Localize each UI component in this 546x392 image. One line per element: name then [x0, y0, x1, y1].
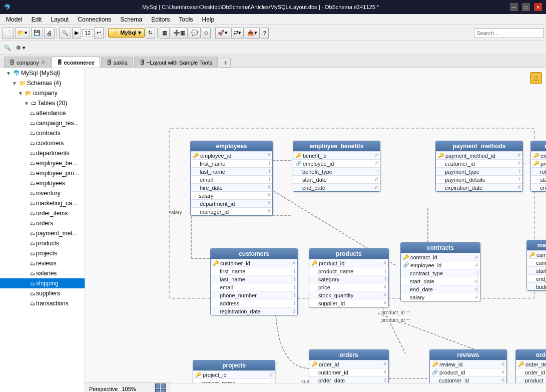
chat-button[interactable]: 💬 — [189, 27, 201, 39]
table-projects-header: projects — [193, 360, 275, 370]
table-employees[interactable]: employees 🔑employee_id# first_namet last… — [190, 141, 273, 216]
col-cust-email: emailt — [211, 283, 297, 291]
refresh-button[interactable]: ↻ — [146, 27, 155, 39]
col-cust-first: first_namet — [211, 267, 297, 275]
close-button[interactable]: ✕ — [534, 3, 542, 11]
sidebar-company[interactable]: ▼ 📂 company — [0, 88, 85, 98]
col-mc-start: start_dated — [527, 266, 546, 274]
table-products[interactable]: products 🔑product_id# product_namet cate… — [309, 248, 389, 307]
sidebar-table-contracts[interactable]: 🗂contracts — [0, 128, 85, 138]
new-button[interactable]: 📄 — [2, 27, 14, 39]
sidebar-table-departments[interactable]: 🗂departments — [0, 148, 85, 158]
sidebar-root[interactable]: ▼ 🐬 MySql {MySql} — [0, 68, 85, 78]
table-customers[interactable]: customers 🔑customer_id# first_namet last… — [210, 248, 298, 315]
col-prod-cat: categoryt — [309, 275, 388, 283]
tab-ecommerce[interactable]: 🗄 ecommerce — [52, 57, 100, 68]
sidebar-table-marketingca[interactable]: 🗂marketing_ca... — [0, 198, 85, 208]
tab-company-close[interactable]: ✕ — [41, 60, 45, 65]
col-ep-role: rolet — [531, 167, 546, 175]
table-employee-projects-header: employee_projects — [531, 141, 546, 151]
table-contracts-header: contracts — [401, 243, 480, 253]
sidebar-table-paymentmet[interactable]: 🗂payment_met... — [0, 228, 85, 238]
menu-model[interactable]: Model — [2, 15, 27, 24]
settings-button[interactable]: ⚙ ▾ — [14, 43, 28, 53]
menu-edit[interactable]: Edit — [28, 15, 46, 24]
sidebar-table-employees[interactable]: 🗂employees — [0, 178, 85, 188]
col-ord-cust: customer_id# — [309, 368, 388, 376]
sidebar-table-inventory[interactable]: 🗂inventory — [0, 188, 85, 198]
zoom-in-button[interactable]: ▶ — [72, 27, 81, 39]
insert-button[interactable]: ➕▦ — [171, 27, 188, 39]
perspective-bar: Perspective 105% — [85, 382, 170, 392]
col-mc-budget: budget# — [527, 282, 546, 290]
col-salary: ☆salary# — [191, 191, 272, 199]
sidebar-table-suppliers[interactable]: 🗂suppliers — [0, 288, 85, 298]
menu-schema[interactable]: Schema — [116, 15, 146, 24]
help-btn[interactable]: ? — [261, 27, 269, 39]
table-marketing-campaigns[interactable]: marketing_campaigns 🔑campaign_id# campai… — [526, 240, 546, 291]
sidebar-table-orderitems[interactable]: 🗂order_items — [0, 208, 85, 218]
sidebar-table-attendance[interactable]: 🗂attendance — [0, 108, 85, 118]
open-button[interactable]: 📂▾ — [15, 27, 30, 39]
minimize-button[interactable]: ─ — [510, 3, 518, 11]
label-product-id-1: product_id — [380, 310, 406, 315]
tab-add-button[interactable]: + — [221, 58, 231, 68]
tab-sakila-label: sakila — [114, 60, 128, 66]
tab-sakila[interactable]: 🗄 sakila — [101, 57, 133, 68]
table-button[interactable]: ▦ — [160, 27, 170, 39]
table-contracts[interactable]: contracts 🔑contract_id# 🔗employee_id# co… — [400, 242, 480, 301]
sidebar-table-reviews[interactable]: 🗂reviews — [0, 258, 85, 268]
sidebar-tables[interactable]: ▼ 🗂 Tables (20) — [0, 98, 85, 108]
zoom-button[interactable]: 🔍 — [59, 27, 71, 39]
menu-layout[interactable]: Layout — [47, 15, 73, 24]
col-con-end: end_dated — [401, 285, 480, 293]
sidebar-table-orders[interactable]: 🗂orders — [0, 218, 85, 228]
mysql-connect-button[interactable]: ⚡ MySql ▾ — [108, 28, 145, 38]
sidebar-table-customers[interactable]: 🗂customers — [0, 138, 85, 148]
toolbar: 📄 📂▾ 💾 🖨 🔍 ▶ 12 ↩ ⚡ MySql ▾ ↻ ▦ ➕▦ 💬 ◇ 🚀… — [0, 25, 546, 41]
mini-grid — [155, 383, 166, 392]
print-button[interactable]: 🖨 — [44, 27, 55, 39]
menu-help[interactable]: Help — [198, 15, 219, 24]
maximize-button[interactable]: □ — [522, 3, 530, 11]
sidebar-table-transactions[interactable]: 🗂transactions — [0, 298, 85, 308]
tab-layout[interactable]: 🗄 ~Layout with Sample Tools — [134, 57, 218, 68]
menu-tools[interactable]: Tools — [175, 15, 197, 24]
canvas[interactable]: ⚠ — [85, 68, 546, 392]
table-payment-methods[interactable]: payment_methods 🔑payment_method_id# cust… — [435, 141, 523, 192]
sidebar-table-products[interactable]: 🗂products — [0, 238, 85, 248]
redo-button[interactable]: ↩ — [94, 27, 104, 39]
sidebar-schemas[interactable]: ▼ 📁 Schemas (4) — [0, 78, 85, 88]
col-oi-order: order_id# — [516, 368, 546, 376]
deploy-button[interactable]: 🚀▾ — [215, 27, 230, 39]
mini-cell-2 — [161, 383, 166, 388]
shape-button[interactable]: ◇ — [202, 27, 211, 39]
col-prod-stock: stock_quantity# — [309, 291, 388, 299]
export-button[interactable]: 📤▾ — [245, 27, 260, 39]
col-eb-start-date: start_dated — [293, 175, 380, 183]
col-benefit-id: 🔑benefit_id# — [293, 151, 380, 159]
tab-company-icon: 🗄 — [10, 60, 15, 65]
tab-company[interactable]: 🗄 company ✕ — [4, 57, 51, 68]
compare-button[interactable]: ⇄▾ — [231, 27, 244, 39]
sidebar-table-shipping[interactable]: 🗂shipping — [0, 278, 85, 288]
separator-4 — [213, 28, 213, 38]
save-button[interactable]: 💾 — [31, 27, 43, 39]
tables-toggle: ▼ — [24, 101, 30, 106]
search-small-button[interactable]: 🔍 — [2, 43, 13, 53]
table-employee-projects[interactable]: employee_projects 🔑employee_id# 🔑project… — [530, 141, 546, 192]
sidebar-table-campaignres[interactable]: 🗂campaign_res... — [0, 118, 85, 128]
menu-editors[interactable]: Editors — [147, 15, 174, 24]
tab-layout-label: ~Layout with Sample Tools — [147, 60, 212, 66]
col-cust-last: last_namet — [211, 275, 297, 283]
table-employee-benefits[interactable]: employee_benefits 🔑benefit_id# 🔗employee… — [293, 141, 380, 192]
tabbar: 🗄 company ✕ 🗄 ecommerce 🗄 sakila 🗄 ~Layo… — [0, 55, 546, 68]
sidebar-table-salaries[interactable]: 🗂salaries — [0, 268, 85, 278]
sidebar-table-projects[interactable]: 🗂projects — [0, 248, 85, 258]
menu-connections[interactable]: Connections — [74, 15, 115, 24]
sidebar-table-employeebe[interactable]: 🗂employee_be... — [0, 158, 85, 168]
search-input[interactable] — [474, 28, 544, 38]
sidebar-table-employeepro[interactable]: 🗂employee_pro... — [0, 168, 85, 178]
table-list: 🗂attendance🗂campaign_res...🗂contracts🗂cu… — [0, 108, 85, 308]
col-eb-end-date: end_dated — [293, 183, 380, 191]
